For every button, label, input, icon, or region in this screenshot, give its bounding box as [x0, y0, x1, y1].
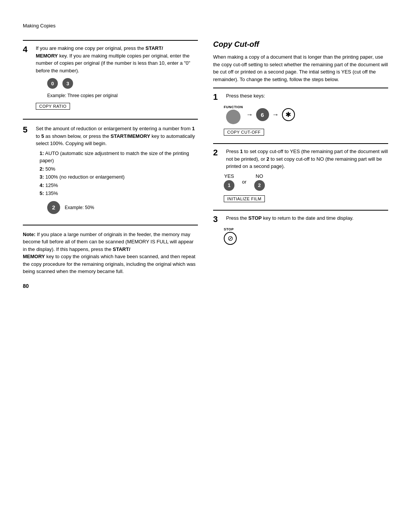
btn-2: 2 — [47, 201, 60, 214]
step-5-number: 5 — [23, 125, 32, 218]
step-4-block: 4 If you are making one copy per origina… — [23, 45, 198, 112]
arrow-2: → — [272, 111, 279, 119]
no-label: NO — [256, 173, 263, 179]
page-number: 80 — [23, 283, 198, 289]
divider-5-note — [23, 225, 198, 225]
right-step-1-number: 1 — [213, 92, 222, 102]
right-step-3-text: Press the STOP key to return to the date… — [226, 214, 354, 222]
list-item-3: 3: 100% (no reduction or enlargement) — [40, 173, 198, 181]
btn-2-step2: 2 — [254, 180, 265, 191]
function-btn — [226, 110, 241, 124]
keys-row-step1: FUNCTION → 6 → ✱ — [224, 105, 388, 124]
right-step-3-block: 3 Press the STOP key to return to the da… — [213, 214, 388, 245]
list-item-1: 1: AUTO (automatic size adjustment to ma… — [40, 150, 198, 165]
right-step-1-header: 1 Press these keys: — [213, 92, 388, 102]
initialize-film-label: INITIALIZE FILM — [224, 195, 265, 202]
right-step-1-block: 1 Press these keys: FUNCTION → 6 → ✱ — [213, 92, 388, 138]
page: Making Copies 4 If you are making one co… — [0, 0, 411, 532]
right-step-1-text: Press these keys: — [226, 92, 265, 100]
btn-6: 6 — [256, 108, 269, 121]
yes-no-row: YES 1 or NO 2 — [224, 173, 388, 191]
right-step-2-header: 2 Press 1 to set copy cut-off to YES (th… — [213, 148, 388, 170]
step-5-example-label: Example: 50% — [65, 205, 94, 210]
step-5-list: 1: AUTO (automatic size adjustment to ma… — [40, 150, 198, 197]
stop-btn: ⊘ — [224, 232, 237, 245]
divider-4-5 — [23, 119, 198, 120]
step-4-example-label: Example: Three copies per original — [47, 93, 118, 98]
note-label: Note: — [23, 232, 35, 237]
step-4-text: If you are making one copy per original,… — [36, 45, 198, 74]
list-item-2: 2: 50% — [40, 165, 198, 173]
right-divider-2 — [213, 143, 388, 144]
copy-ratio-label: COPY RATIO — [36, 103, 70, 110]
btn-0: 0 — [47, 78, 58, 89]
step-4-number: 4 — [23, 45, 32, 112]
right-step-2-number: 2 — [213, 148, 222, 158]
step-4-content: If you are making one copy per original,… — [36, 45, 198, 112]
stop-label: STOP — [224, 227, 234, 231]
no-group: NO 2 — [254, 173, 265, 191]
btn-1: 1 — [224, 180, 234, 191]
list-item-5: 5: 135% — [40, 190, 198, 197]
left-column: 4 If you are making one copy per origina… — [23, 40, 198, 509]
copy-cutoff-label-wrap: COPY CUT-OFF — [224, 126, 388, 138]
step-5-content: Set the amount of reduction or enlargeme… — [36, 125, 198, 218]
breadcrumb: Making Copies — [23, 23, 388, 29]
note-block: Note: If you place a large number of ori… — [23, 231, 198, 275]
initialize-film-label-wrap: INITIALIZE FILM — [224, 193, 388, 204]
step-4-example: 0 3 — [47, 78, 198, 89]
two-column-layout: 4 If you are making one copy per origina… — [23, 40, 388, 509]
step-5-example: 2 Example: 50% — [47, 201, 198, 214]
right-divider-3 — [213, 210, 388, 211]
right-step-3-header: 3 Press the STOP key to return to the da… — [213, 214, 388, 224]
arrow-1: → — [246, 111, 253, 119]
yes-group: YES 1 — [224, 173, 234, 191]
section-title: Copy Cut-off — [213, 40, 388, 49]
right-intro: When making a copy of a document that is… — [213, 53, 388, 83]
right-divider-top — [213, 88, 388, 88]
stop-area: STOP ⊘ — [224, 227, 388, 245]
right-step-2-block: 2 Press 1 to set copy cut-off to YES (th… — [213, 148, 388, 204]
yes-label: YES — [224, 173, 234, 179]
function-key-group: FUNCTION — [224, 105, 243, 124]
copy-cutoff-label: COPY CUT-OFF — [224, 129, 264, 136]
step-5-text: Set the amount of reduction or enlargeme… — [36, 125, 198, 147]
right-step-2-text: Press 1 to set copy cut-off to YES (the … — [226, 148, 388, 170]
step-5-block: 5 Set the amount of reduction or enlarge… — [23, 125, 198, 218]
or-text: or — [242, 179, 247, 185]
star-btn: ✱ — [282, 108, 295, 121]
btn-3: 3 — [62, 78, 73, 89]
function-label: FUNCTION — [224, 105, 243, 109]
list-item-4: 4: 125% — [40, 182, 198, 189]
right-column: Copy Cut-off When making a copy of a doc… — [213, 40, 388, 509]
right-step-3-number: 3 — [213, 214, 222, 224]
